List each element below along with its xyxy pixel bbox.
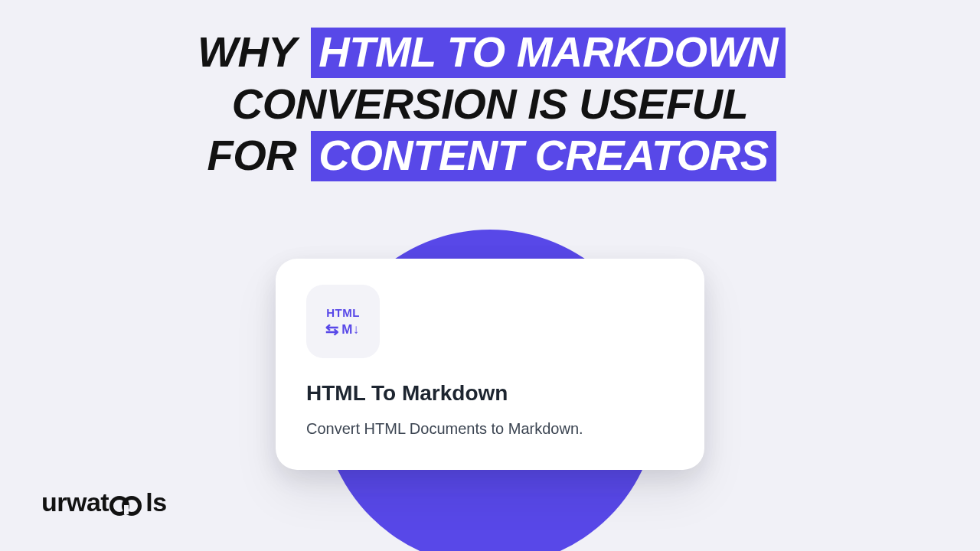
swap-arrows-icon: ⇆ [325, 322, 339, 337]
headline-highlight: CONTENT CREATORS [311, 131, 776, 181]
brand-text-suffix: ls [145, 487, 166, 517]
brand-logo: urwat ls [41, 487, 167, 517]
icon-label-bottom: M↓ [341, 322, 360, 337]
brand-rings-icon [109, 496, 145, 516]
headline-highlight: HTML TO MARKDOWN [311, 28, 786, 78]
card-description: Convert HTML Documents to Markdown. [306, 418, 674, 439]
headline-text: WHY [194, 28, 299, 76]
headline-text: FOR [204, 131, 299, 179]
icon-label-bottom-row: ⇆ M↓ [326, 322, 360, 337]
icon-label-top: HTML [326, 306, 360, 319]
headline-line-3: FOR CONTENT CREATORS [0, 129, 980, 183]
html-to-markdown-icon: HTML ⇆ M↓ [306, 285, 380, 358]
headline-line-2: CONVERSION IS USEFUL [0, 80, 980, 129]
brand-text-prefix: urwat [41, 487, 109, 517]
tool-card: HTML ⇆ M↓ HTML To Markdown Convert HTML … [276, 259, 704, 470]
headline-text: CONVERSION IS USEFUL [229, 80, 752, 128]
page-headline: WHY HTML TO MARKDOWN CONVERSION IS USEFU… [0, 26, 980, 183]
headline-line-1: WHY HTML TO MARKDOWN [0, 26, 980, 80]
card-title: HTML To Markdown [306, 381, 674, 406]
